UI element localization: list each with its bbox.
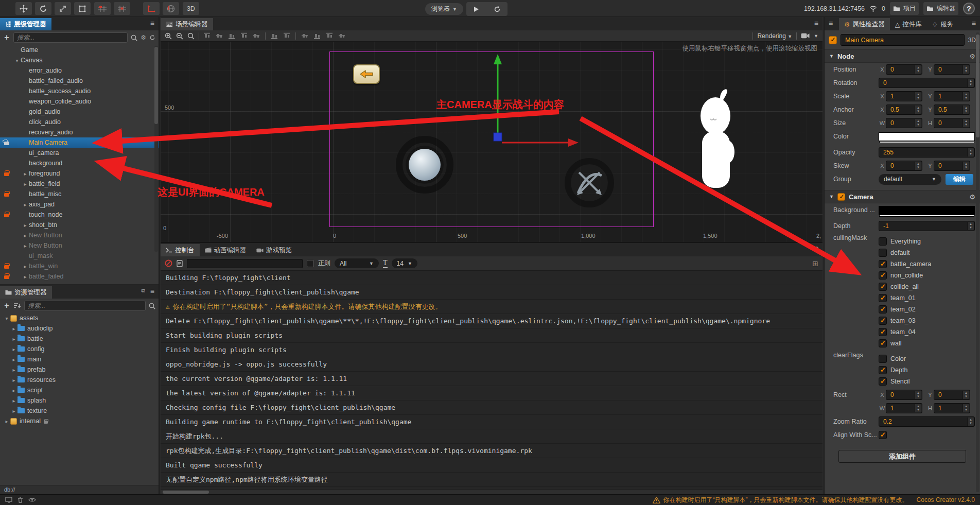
asset-node[interactable]: ▸script <box>0 385 159 395</box>
position-y-input[interactable]: 0▲▼ <box>934 64 970 75</box>
inspector-left-menu-icon[interactable]: ≡ <box>829 20 833 27</box>
font-size-dropdown[interactable]: 14▼ <box>392 258 417 268</box>
trash-icon[interactable] <box>18 497 23 503</box>
hierarchy-node[interactable]: Game <box>0 45 159 55</box>
collapse-arrow-icon[interactable]: ▸ <box>10 408 18 414</box>
asset-node[interactable]: ▸internal <box>0 416 159 426</box>
hierarchy-node[interactable]: ▸New Button <box>0 230 159 240</box>
collapse-arrow-icon[interactable]: ▸ <box>10 326 18 332</box>
rect-x-input[interactable]: 0▲▼ <box>886 390 922 400</box>
size-h-input[interactable]: 0▲▼ <box>934 118 970 128</box>
asset-node[interactable]: ▸texture <box>0 406 159 416</box>
collapse-arrow-icon[interactable]: ▸ <box>22 222 29 228</box>
popout-icon[interactable]: ⧉ <box>141 288 145 293</box>
hierarchy-search-input[interactable]: 搜索... <box>13 32 128 43</box>
log-file-icon[interactable] <box>177 260 183 267</box>
same-size-icon[interactable] <box>338 32 345 39</box>
tab-hierarchy[interactable]: 层级管理器 <box>0 18 51 30</box>
hierarchy-node[interactable]: ▸battle_failed <box>0 271 159 282</box>
asset-node[interactable]: ▸main <box>0 354 159 364</box>
hierarchy-node[interactable]: ▾Canvas <box>0 55 159 65</box>
sort-icon[interactable] <box>13 303 21 309</box>
rect-y-input[interactable]: 0▲▼ <box>934 390 970 400</box>
culling-mask-checkbox[interactable] <box>879 237 887 246</box>
hierarchy-menu-icon[interactable]: ≡ <box>150 20 154 27</box>
help-button[interactable]: ? <box>963 3 975 14</box>
collapse-arrow-icon[interactable]: ▸ <box>22 233 29 238</box>
tab-game-preview[interactable]: 游戏预览 <box>251 244 297 256</box>
pivot-position-toggle[interactable] <box>94 2 111 15</box>
open-editor-button[interactable]: 编辑器 <box>923 2 958 15</box>
clear-flags-checkbox[interactable] <box>879 366 887 374</box>
same-height-icon[interactable] <box>326 32 333 39</box>
asset-node[interactable]: ▸prefab <box>0 364 159 375</box>
hierarchy-node[interactable]: error_audio <box>0 65 159 76</box>
tab-assets[interactable]: 资源管理器 <box>0 286 52 299</box>
hierarchy-node[interactable]: battle_failed_audio <box>0 76 159 86</box>
hierarchy-node[interactable]: ▸battle_field <box>0 179 159 189</box>
camera-enabled-checkbox[interactable] <box>837 193 845 201</box>
assets-menu-icon[interactable]: ≡ <box>150 288 154 295</box>
group-dropdown[interactable]: default▼ <box>879 174 941 185</box>
align-left-icon[interactable] <box>240 32 248 39</box>
open-project-button[interactable]: 项目 <box>890 2 919 15</box>
collapse-arrow-icon[interactable]: ▸ <box>10 357 18 362</box>
culling-mask-checkbox[interactable] <box>879 328 887 336</box>
refresh-preview-button[interactable] <box>487 3 507 15</box>
preview-target-dropdown[interactable]: 浏览器▼ <box>425 3 463 15</box>
collapse-arrow-icon[interactable]: ▼ <box>829 54 834 59</box>
create-node-button[interactable]: + <box>3 33 10 42</box>
collapse-arrow-icon[interactable]: ▸ <box>10 346 18 352</box>
hierarchy-node[interactable]: ui_camera <box>0 148 159 158</box>
tab-widget-library[interactable]: △ 控件库 <box>890 18 927 30</box>
refresh-icon[interactable] <box>149 34 155 41</box>
console-hscrollbar[interactable] <box>161 489 822 494</box>
rect-tool-button[interactable] <box>74 2 91 15</box>
play-button[interactable] <box>466 3 487 15</box>
hierarchy-node[interactable]: ui_mask <box>0 251 159 261</box>
collapse-arrow-icon[interactable]: ▸ <box>22 171 29 177</box>
inspector-menu-icon[interactable]: ≡ <box>972 20 976 27</box>
asset-node[interactable]: ▸splash <box>0 395 159 406</box>
hierarchy-node[interactable]: click_audio <box>0 117 159 127</box>
scene-menu-icon[interactable]: ≡ <box>814 20 818 27</box>
anchor-x-input[interactable]: 0.5▲▼ <box>886 105 922 115</box>
size-w-input[interactable]: 0▲▼ <box>886 118 922 128</box>
expand-arrow-icon[interactable]: ▾ <box>13 58 21 63</box>
rect-w-input[interactable]: 1▲▼ <box>886 403 922 413</box>
hierarchy-node[interactable]: weapon_colide_audio <box>0 96 159 107</box>
tab-animation-editor[interactable]: 动画编辑器 <box>200 244 252 256</box>
rotation-input[interactable]: 0▲▼ <box>879 78 975 88</box>
gear-icon[interactable]: ⚙ <box>141 34 146 41</box>
tab-scene-editor[interactable]: 场景编辑器 <box>161 18 213 30</box>
align-bottom-icon[interactable] <box>228 32 235 39</box>
culling-mask-checkbox[interactable] <box>879 305 887 314</box>
hierarchy-node[interactable]: recovery_audio <box>0 127 159 137</box>
camera-section-header[interactable]: ▼ Camera ⚙ <box>825 190 980 203</box>
collapse-arrow-icon[interactable]: ▸ <box>22 274 29 280</box>
scale-tool-button[interactable] <box>55 2 71 15</box>
zoom-in-icon[interactable] <box>165 32 172 40</box>
console-filter-input[interactable] <box>187 259 303 268</box>
create-asset-button[interactable]: + <box>3 301 10 310</box>
clear-console-icon[interactable] <box>165 259 172 267</box>
camera-dropdown-icon[interactable]: ▼ <box>814 33 818 39</box>
regex-checkbox[interactable] <box>307 260 314 267</box>
anchor-toggle[interactable] <box>114 2 130 15</box>
culling-mask-checkbox[interactable] <box>879 283 887 291</box>
collapse-arrow-icon[interactable]: ▸ <box>10 388 18 393</box>
node-section-header[interactable]: ▼ Node ⚙ <box>825 49 980 63</box>
zoom-reset-icon[interactable] <box>187 32 195 40</box>
gear-icon[interactable]: ⚙ <box>969 53 975 60</box>
rect-h-input[interactable]: 1▲▼ <box>934 403 970 413</box>
collapse-arrow-icon[interactable]: ▼ <box>829 194 834 199</box>
align-top-icon[interactable] <box>203 32 211 39</box>
node-active-checkbox[interactable] <box>829 36 837 44</box>
asset-node[interactable]: ▸resources <box>0 375 159 385</box>
world-coordinate-toggle[interactable] <box>163 2 179 15</box>
skew-y-input[interactable]: 0▲▼ <box>934 161 970 171</box>
culling-mask-checkbox[interactable] <box>879 294 887 302</box>
hierarchy-node[interactable]: ▸shoot_btn <box>0 220 159 230</box>
align-h-center-icon[interactable] <box>253 32 260 39</box>
distribute-h-icon[interactable] <box>283 32 290 39</box>
